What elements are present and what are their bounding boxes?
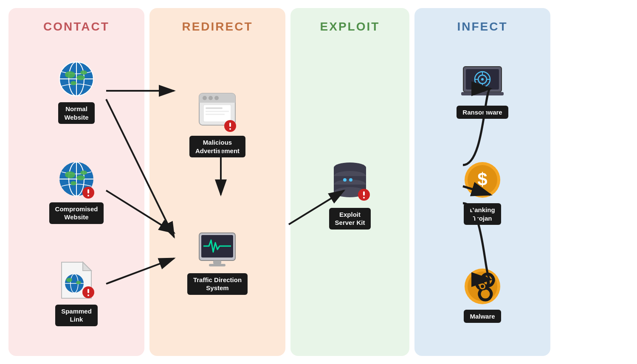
coin-dollar-icon: $ bbox=[463, 161, 502, 201]
svg-rect-46 bbox=[209, 264, 225, 266]
spammed-link-label: SpammedLink bbox=[55, 305, 98, 326]
node-spammed-link: SpammedLink bbox=[55, 260, 98, 326]
globe-icon bbox=[57, 60, 96, 100]
svg-point-54 bbox=[343, 178, 347, 182]
file-warn-icon bbox=[57, 260, 96, 302]
laptop-target-icon bbox=[459, 63, 506, 103]
infect-header: INFECT bbox=[457, 20, 507, 34]
exploit-header: EXPLOIT bbox=[320, 20, 380, 34]
svg-point-13 bbox=[65, 171, 75, 178]
node-ransomware: Ransomware bbox=[457, 63, 508, 119]
svg-rect-18 bbox=[87, 189, 89, 193]
svg-point-26 bbox=[76, 281, 81, 284]
svg-point-76 bbox=[481, 285, 484, 288]
column-infect: INFECT bbox=[414, 8, 550, 356]
globe-warn-icon bbox=[57, 160, 96, 200]
svg-point-7 bbox=[70, 81, 76, 85]
svg-point-8 bbox=[80, 70, 87, 75]
svg-text:$: $ bbox=[477, 169, 487, 189]
svg-rect-29 bbox=[87, 294, 89, 296]
node-tds: Traffic DirectionSystem bbox=[187, 231, 248, 295]
svg-point-63 bbox=[481, 78, 484, 81]
tds-label: Traffic DirectionSystem bbox=[187, 273, 248, 295]
column-contact: CONTACT bbox=[8, 8, 144, 356]
svg-point-16 bbox=[80, 171, 87, 175]
exploit-kit-label: ExploitServer Kit bbox=[329, 208, 371, 230]
compromised-website-label: CompromisedWebsite bbox=[49, 202, 104, 224]
diagram: CONTACT bbox=[8, 8, 629, 356]
svg-marker-21 bbox=[83, 262, 91, 271]
svg-rect-28 bbox=[87, 289, 89, 293]
ad-warn-icon bbox=[197, 91, 237, 133]
svg-point-35 bbox=[214, 96, 219, 100]
svg-point-14 bbox=[76, 175, 85, 180]
banking-trojan-label: BankingTrojan bbox=[464, 203, 501, 225]
column-redirect: REDIRECT bbox=[149, 8, 285, 356]
svg-rect-39 bbox=[206, 114, 225, 115]
svg-rect-41 bbox=[229, 123, 231, 127]
malicious-ad-label: MaliciousAdvertisement bbox=[189, 136, 245, 157]
node-malware: Malware bbox=[463, 267, 502, 323]
svg-rect-68 bbox=[461, 92, 504, 95]
node-normal-website: NormalWebsite bbox=[57, 60, 96, 124]
svg-point-15 bbox=[70, 181, 76, 185]
svg-rect-38 bbox=[206, 111, 229, 112]
ransomware-label: Ransomware bbox=[457, 106, 508, 119]
svg-point-33 bbox=[203, 96, 207, 100]
database-warn-icon bbox=[329, 157, 371, 205]
monitor-pulse-icon bbox=[197, 231, 237, 271]
svg-point-25 bbox=[66, 278, 72, 282]
node-malicious-ad: MaliciousAdvertisement bbox=[189, 91, 245, 157]
svg-rect-58 bbox=[363, 197, 365, 199]
column-exploit: EXPLOIT bbox=[290, 8, 409, 356]
svg-point-6 bbox=[76, 75, 85, 80]
malware-label: Malware bbox=[464, 310, 501, 323]
biohazard-icon bbox=[463, 267, 502, 307]
normal-website-label: NormalWebsite bbox=[58, 102, 94, 124]
node-banking-trojan: $ BankingTrojan bbox=[463, 161, 502, 225]
svg-point-34 bbox=[209, 96, 213, 100]
svg-point-55 bbox=[349, 178, 352, 182]
node-exploit-kit: ExploitServer Kit bbox=[329, 157, 371, 230]
svg-rect-42 bbox=[229, 128, 231, 130]
svg-rect-45 bbox=[213, 260, 221, 264]
svg-rect-57 bbox=[363, 191, 365, 196]
svg-point-5 bbox=[65, 71, 75, 78]
redirect-header: REDIRECT bbox=[182, 20, 253, 34]
svg-rect-37 bbox=[206, 107, 223, 109]
svg-rect-19 bbox=[87, 195, 89, 196]
contact-header: CONTACT bbox=[43, 20, 110, 34]
node-compromised-website: CompromisedWebsite bbox=[49, 160, 104, 224]
